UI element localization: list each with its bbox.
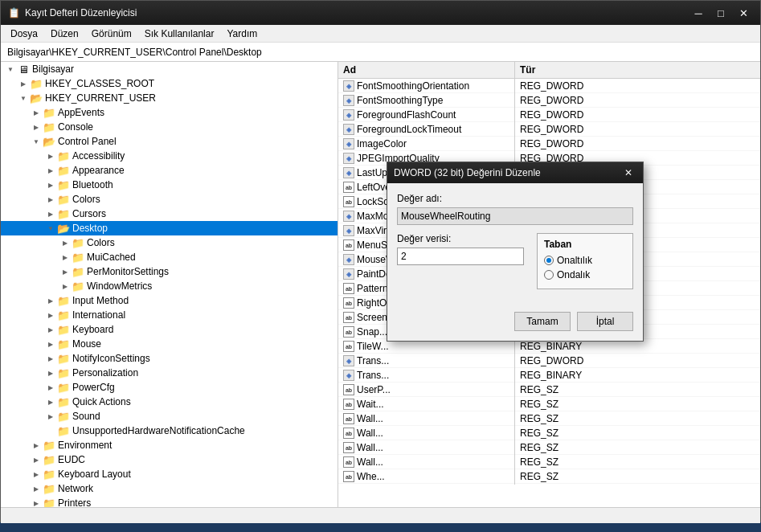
menu-dosya[interactable]: Dosya [4, 27, 44, 41]
value-name-input[interactable] [397, 207, 633, 225]
expand-icon[interactable]: ▶ [59, 236, 72, 249]
tree-item-network[interactable]: ▶ 📁 Network [1, 481, 338, 496]
tree-item-desktop[interactable]: ▼ 📂 Desktop [1, 221, 338, 235]
menu-duzen[interactable]: Düzen [44, 27, 85, 41]
tree-item-muicached[interactable]: ▶ 📁 MuiCached [1, 250, 338, 264]
tree-item-console[interactable]: ▶ 📁 Console [1, 120, 338, 134]
tree-panel[interactable]: ▼ 🖥 Bilgisayar ▶ 📁 HKEY_CLASSES_ROOT ▼ 📂… [1, 62, 338, 507]
table-row[interactable]: ◈FontSmoothingTypeREG_DWORD [338, 93, 760, 108]
menu-yardim[interactable]: Yardım [220, 27, 264, 41]
tree-item-personalization[interactable]: ▶ 📁 Personalization [1, 366, 338, 380]
value-data-input[interactable] [397, 248, 524, 265]
table-row[interactable]: ◈FontSmoothingOrientationREG_DWORD [338, 79, 760, 93]
radio-hex[interactable]: Onaltılık [544, 255, 626, 266]
tree-item-accessibility[interactable]: ▶ 📁 Accessibility [1, 149, 338, 163]
tree-item-international[interactable]: ▶ 📁 International [1, 308, 338, 322]
tree-item-quickactions[interactable]: ▶ 📁 Quick Actions [1, 395, 338, 409]
tree-item-bluetooth[interactable]: ▶ 📁 Bluetooth [1, 178, 338, 192]
tree-item-hkcu[interactable]: ▼ 📂 HKEY_CURRENT_USER [1, 91, 338, 105]
expand-icon[interactable]: ▶ [44, 193, 57, 206]
expand-icon[interactable]: ▶ [59, 280, 72, 293]
tree-item-sound[interactable]: ▶ 📁 Sound [1, 409, 338, 424]
expand-icon[interactable]: ▶ [59, 265, 72, 278]
table-row[interactable]: ◈Trans...REG_BINARY [338, 368, 760, 383]
expand-icon[interactable]: ▶ [44, 366, 57, 379]
expand-icon[interactable]: ▶ [44, 294, 57, 307]
tree-item-inputmethod[interactable]: ▶ 📁 Input Method [1, 293, 338, 308]
tree-item-computer[interactable]: ▼ 🖥 Bilgisayar [1, 62, 338, 76]
tree-item-cursors[interactable]: ▶ 📁 Cursors [1, 207, 338, 221]
cancel-button[interactable]: İptal [577, 312, 633, 331]
tree-item-unsupported[interactable]: 📁 UnsupportedHardwareNotificationCache [1, 424, 338, 438]
tree-item-appearance[interactable]: ▶ 📁 Appearance [1, 163, 338, 178]
tree-item-powercfg[interactable]: ▶ 📁 PowerCfg [1, 380, 338, 395]
expand-icon[interactable]: ▼ [30, 135, 43, 148]
expand-icon[interactable]: ▶ [30, 106, 43, 119]
expand-icon[interactable]: ▶ [30, 468, 43, 481]
expand-icon[interactable]: ▶ [44, 381, 57, 394]
radio-hex-btn[interactable] [544, 256, 554, 265]
tree-item-permonitorsettings[interactable]: ▶ 📁 PerMonitorSettings [1, 264, 338, 279]
table-row[interactable]: ◈ForegroundFlashCountREG_DWORD [338, 108, 760, 122]
table-row[interactable]: abWall...REG_SZ [338, 411, 760, 426]
registry-icon: ab [343, 312, 354, 323]
expand-icon[interactable]: ▶ [44, 207, 57, 220]
tree-label-appevents: AppEvents [58, 107, 104, 118]
tree-item-mouse[interactable]: ▶ 📁 Mouse [1, 337, 338, 351]
expand-icon[interactable]: ▶ [30, 482, 43, 495]
tree-item-colors[interactable]: ▶ 📁 Colors [1, 192, 338, 207]
table-row[interactable]: abWait...REG_SZ [338, 397, 760, 411]
tree-item-printers[interactable]: ▶ 📁 Printers [1, 496, 338, 507]
tree-item-appevents[interactable]: ▶ 📁 AppEvents [1, 105, 338, 120]
table-row[interactable]: abWall...REG_SZ [338, 455, 760, 469]
table-row[interactable]: ◈ImageColorREG_DWORD [338, 137, 760, 151]
maximize-button[interactable]: □ [710, 5, 731, 21]
expand-icon[interactable]: ▶ [44, 309, 57, 321]
tree-item-desktop-colors[interactable]: ▶ 📁 Colors [1, 235, 338, 250]
tree-item-hkcr[interactable]: ▶ 📁 HKEY_CLASSES_ROOT [1, 76, 338, 91]
expand-icon[interactable]: ▶ [30, 439, 43, 452]
tree-item-controlpanel[interactable]: ▼ 📂 Control Panel [1, 134, 338, 149]
expand-icon[interactable]: ▶ [30, 497, 43, 507]
main-content: ▼ 🖥 Bilgisayar ▶ 📁 HKEY_CLASSES_ROOT ▼ 📂… [1, 62, 760, 507]
table-row[interactable]: abWhe...REG_SZ [338, 469, 760, 484]
expand-icon[interactable]: ▶ [30, 121, 43, 133]
tree-item-windowmetrics[interactable]: ▶ 📁 WindowMetrics [1, 279, 338, 293]
expand-icon[interactable]: ▶ [44, 149, 57, 162]
expand-icon[interactable]: ▶ [17, 77, 30, 90]
close-button[interactable]: ✕ [733, 5, 754, 21]
registry-icon: ◈ [343, 355, 354, 366]
tree-item-eudc[interactable]: ▶ 📁 EUDC [1, 452, 338, 467]
table-row[interactable]: ◈ForegroundLockTimeoutREG_DWORD [338, 122, 760, 137]
expand-icon[interactable]: ▼ [44, 222, 57, 235]
expand-icon[interactable]: ▶ [44, 395, 57, 408]
ok-button[interactable]: Tamam [514, 312, 571, 331]
expand-icon[interactable]: ▶ [44, 410, 57, 423]
expand-icon[interactable]: ▶ [44, 164, 57, 177]
tree-item-keyboardlayout[interactable]: ▶ 📁 Keyboard Layout [1, 467, 338, 481]
menu-gorunum[interactable]: Görünüm [85, 27, 138, 41]
expand-icon[interactable]: ▼ [4, 63, 17, 76]
table-row[interactable]: abUserP...REG_SZ [338, 383, 760, 397]
radio-decimal-btn[interactable] [544, 270, 554, 280]
tree-item-keyboard[interactable]: ▶ 📁 Keyboard [1, 322, 338, 337]
table-row[interactable]: abWall...REG_SZ [338, 426, 760, 440]
expand-icon[interactable] [44, 424, 57, 437]
tree-item-environment[interactable]: ▶ 📁 Environment [1, 438, 338, 452]
table-row[interactable]: abWall...REG_SZ [338, 440, 760, 455]
expand-icon[interactable]: ▶ [44, 178, 57, 191]
expand-icon[interactable]: ▶ [44, 338, 57, 350]
expand-icon[interactable]: ▶ [44, 352, 57, 365]
tree-item-notifyiconsettings[interactable]: ▶ 📁 NotifyIconSettings [1, 351, 338, 366]
row-name-text: Wall... [357, 428, 383, 439]
expand-icon[interactable]: ▼ [17, 92, 30, 104]
table-row[interactable]: ◈Trans...REG_DWORD [338, 354, 760, 368]
expand-icon[interactable]: ▶ [59, 251, 72, 264]
address-bar[interactable]: Bilgisayar\HKEY_CURRENT_USER\Control Pan… [1, 43, 760, 62]
minimize-button[interactable]: ─ [688, 5, 709, 21]
expand-icon[interactable]: ▶ [30, 453, 43, 466]
radio-decimal[interactable]: Ondalık [544, 269, 626, 280]
expand-icon[interactable]: ▶ [44, 323, 57, 336]
menu-sik-kullanilanlar[interactable]: Sık Kullanılanlar [138, 27, 221, 41]
dialog-close-button[interactable]: ✕ [620, 166, 636, 180]
